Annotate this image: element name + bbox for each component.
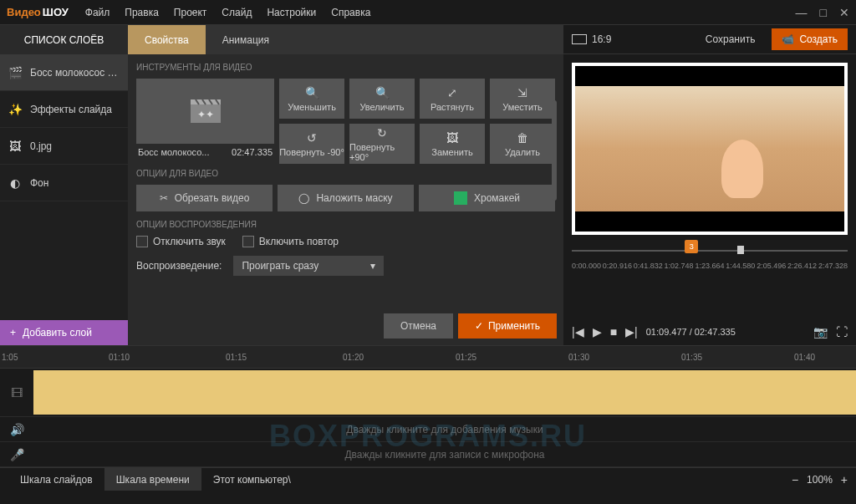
rotate-right-button[interactable]: ↻Повернуть +90° xyxy=(349,124,415,164)
zoom-out-icon[interactable]: − xyxy=(792,473,798,486)
apply-button[interactable]: ✓Применить xyxy=(458,313,557,339)
menu-help[interactable]: Справка xyxy=(331,7,370,18)
tab-properties[interactable]: Свойства xyxy=(128,25,206,54)
maximize-icon[interactable]: □ xyxy=(820,6,827,19)
layer-item-effects[interactable]: ✨ Эффекты слайда xyxy=(0,91,128,128)
menu-slide[interactable]: Слайд xyxy=(222,7,252,18)
close-icon[interactable]: ✕ xyxy=(839,6,849,19)
section-video-opts-label: ОПЦИИ ДЛЯ ВИДЕО xyxy=(136,169,555,178)
mic-track[interactable]: 🎤 Дважды кликните для записи с микрофона xyxy=(0,442,856,467)
layer-label: 0.jpg xyxy=(30,140,120,152)
section-play-label: ОПЦИИ ВОСПРОИЗВЕДЕНИЯ xyxy=(136,220,555,229)
menu-settings[interactable]: Настройки xyxy=(267,7,316,18)
layers-header: СПИСОК СЛОЁВ xyxy=(0,25,128,54)
clip-duration: 02:47.335 xyxy=(232,147,273,157)
prev-button[interactable]: |◀ xyxy=(572,325,584,339)
window-controls: — □ ✕ xyxy=(796,6,849,19)
tool-grid: 🔍Уменьшить 🔍Увеличить ⤢Растянуть ⇲Умести… xyxy=(279,79,555,164)
tab-slides-scale[interactable]: Шкала слайдов xyxy=(8,468,104,491)
replace-button[interactable]: 🖼Заменить xyxy=(420,124,485,164)
zoom-out-icon: 🔍 xyxy=(305,86,319,99)
slider-handle[interactable]: 3 xyxy=(685,240,698,253)
zoom-in-button[interactable]: 🔍Увеличить xyxy=(349,79,415,119)
rotate-right-icon: ↻ xyxy=(377,126,387,140)
time-marks: 0:00.000 0:20.916 0:41.832 1:02.748 1:23… xyxy=(572,262,848,270)
layer-label: Босс молокосос — ... xyxy=(30,67,120,79)
next-button[interactable]: ▶| xyxy=(625,325,638,339)
layer-item-image[interactable]: 🖼 0.jpg xyxy=(0,128,128,165)
tab-animation[interactable]: Анимация xyxy=(206,25,286,54)
scrollbar[interactable] xyxy=(552,100,557,201)
timeline: 1:05 01:10 01:15 01:20 01:25 01:30 01:35… xyxy=(0,345,856,467)
app-logo: Видео ШОУ xyxy=(7,6,69,18)
section-video-tools-label: ИНСТРУМЕНТЫ ДЛЯ ВИДЕО xyxy=(136,63,555,72)
stretch-button[interactable]: ⤢Растянуть xyxy=(420,79,485,119)
zoom-level: 100% xyxy=(807,474,833,486)
chromakey-button[interactable]: Хромакей xyxy=(419,185,555,211)
snapshot-button[interactable]: 📷 xyxy=(813,325,828,339)
slider-thumb[interactable] xyxy=(737,246,744,254)
fit-icon: ⇲ xyxy=(517,86,527,99)
trim-video-button[interactable]: ✂Обрезать видео xyxy=(136,185,273,211)
wand-icon: ✨ xyxy=(8,103,22,116)
action-row: Отмена ✓Применить xyxy=(128,307,563,345)
layer-label: Эффекты слайда xyxy=(30,104,120,115)
trash-icon: 🗑 xyxy=(517,131,528,145)
create-button[interactable]: 📹Создать xyxy=(772,28,848,50)
cancel-button[interactable]: Отмена xyxy=(384,313,453,339)
main-menu: Файл Правка Проект Слайд Настройки Справ… xyxy=(85,7,371,18)
preview-panel: 16:9 Сохранить 📹Создать 3 0:00.000 0:20.… xyxy=(563,25,856,345)
timeline-ruler[interactable]: 1:05 01:10 01:15 01:20 01:25 01:30 01:35… xyxy=(0,345,856,369)
logo-part-1: Видео xyxy=(7,6,41,18)
menu-file[interactable]: Файл xyxy=(85,7,110,18)
aspect-ratio[interactable]: 16:9 xyxy=(572,33,611,45)
playback-select[interactable]: Проиграть сразу ▾ xyxy=(233,256,384,276)
menu-project[interactable]: Проект xyxy=(174,7,207,18)
main-area: СПИСОК СЛОЁВ 🎬 Босс молокосос — ... ✨ Эф… xyxy=(0,25,856,345)
scissors-icon: ✂ xyxy=(160,192,168,204)
tab-time-scale[interactable]: Шкала времени xyxy=(104,468,201,491)
mute-checkbox[interactable]: Отключить звук xyxy=(136,236,226,247)
fullscreen-button[interactable]: ⛶ xyxy=(836,325,848,339)
menu-edit[interactable]: Правка xyxy=(125,7,159,18)
video-clip[interactable] xyxy=(33,370,856,415)
minimize-icon[interactable]: — xyxy=(796,6,808,19)
apply-mask-button[interactable]: ◯Наложить маску xyxy=(278,185,414,211)
preview-image xyxy=(575,66,844,232)
camera-icon: 📹 xyxy=(782,33,794,45)
layer-item-video[interactable]: 🎬 Босс молокосос — ... xyxy=(0,54,128,91)
zoom-in-icon: 🔍 xyxy=(375,86,390,99)
clip-thumbnail[interactable]: ✦✦ xyxy=(136,79,274,144)
rotate-left-button[interactable]: ↺Повернуть -90° xyxy=(279,124,344,164)
clip-info: Босс молокосо... 02:47.335 xyxy=(136,144,274,160)
titlebar: Видео ШОУ Файл Правка Проект Слайд Настр… xyxy=(0,0,856,25)
delete-button[interactable]: 🗑Удалить xyxy=(490,124,555,164)
film-icon: 🎬 xyxy=(8,66,22,79)
stop-button[interactable]: ■ xyxy=(610,325,617,339)
video-track-content[interactable] xyxy=(33,369,856,416)
slider-track xyxy=(572,250,848,252)
tools-row: ✦✦ Босс молокосо... 02:47.335 🔍Уменьшить… xyxy=(136,79,555,164)
zoom-out-button[interactable]: 🔍Уменьшить xyxy=(279,79,344,119)
fit-button[interactable]: ⇲Уместить xyxy=(490,79,555,119)
layer-item-background[interactable]: ◐ Фон xyxy=(0,165,128,201)
bottom-bar: Шкала слайдов Шкала времени Этот компьют… xyxy=(0,467,856,491)
music-track-hint[interactable]: Дважды кликните для добавления музыки xyxy=(33,417,856,441)
zoom-in-icon[interactable]: + xyxy=(841,473,848,486)
tracks: 🎞 🔊 Дважды кликните для добавления музык… xyxy=(0,369,856,467)
speaker-icon: 🔊 xyxy=(0,423,33,436)
tab-content: ИНСТРУМЕНТЫ ДЛЯ ВИДЕО ✦✦ Босс молокосо..… xyxy=(128,54,563,307)
playback-controls: |◀ ▶ ■ ▶| 01:09.477 / 02:47.335 📷 ⛶ xyxy=(563,318,856,345)
playback-label: Воспроизведение: xyxy=(136,260,222,272)
preview-slider[interactable]: 3 xyxy=(572,243,848,260)
clip-name: Босс молокосо... xyxy=(138,147,209,157)
add-layer-button[interactable]: + Добавить слой xyxy=(0,320,128,345)
music-track[interactable]: 🔊 Дважды кликните для добавления музыки xyxy=(0,417,856,442)
loop-checkbox[interactable]: Включить повтор xyxy=(242,236,339,247)
video-track[interactable]: 🎞 xyxy=(0,369,856,417)
preview-frame[interactable] xyxy=(572,63,848,235)
mic-track-hint[interactable]: Дважды кликните для записи с микрофона xyxy=(33,442,856,466)
save-button[interactable]: Сохранить xyxy=(697,33,764,45)
play-button[interactable]: ▶ xyxy=(593,325,602,339)
tab-this-computer[interactable]: Этот компьютер\ xyxy=(201,468,303,491)
